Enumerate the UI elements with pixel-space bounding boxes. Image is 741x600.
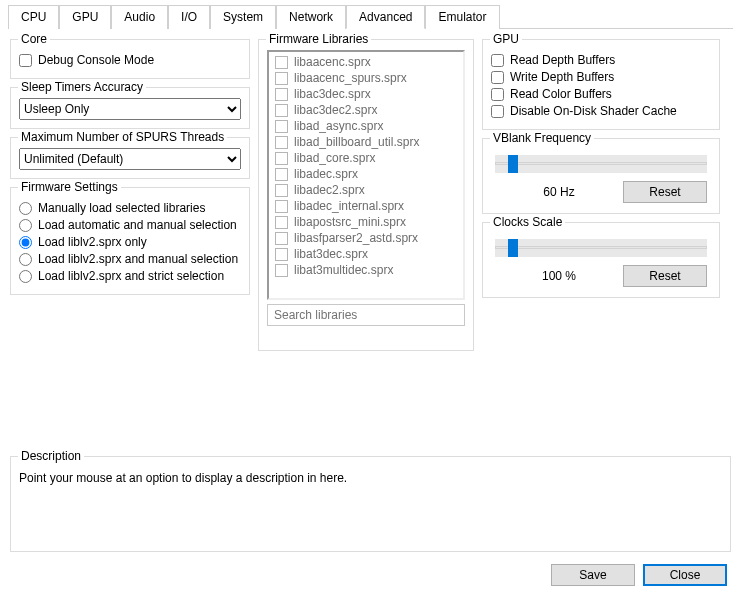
group-sleep-title: Sleep Timers Accuracy [18, 80, 146, 94]
radio-fw-liblv2-manual[interactable]: Load liblv2.sprx and manual selection [19, 252, 241, 266]
group-spurs-title: Maximum Number of SPURS Threads [18, 130, 227, 144]
tab-system[interactable]: System [210, 5, 276, 29]
list-item[interactable]: libat3dec.sprx [271, 246, 461, 262]
list-item[interactable]: libac3dec.sprx [271, 86, 461, 102]
checkbox-debug-console-label: Debug Console Mode [38, 53, 154, 67]
group-fw-settings-title: Firmware Settings [18, 180, 121, 194]
tab-network[interactable]: Network [276, 5, 346, 29]
group-vblank: VBlank Frequency 60 Hz Reset [482, 138, 720, 214]
group-vblank-title: VBlank Frequency [490, 131, 594, 145]
list-item[interactable]: libaacenc.sprx [271, 54, 461, 70]
checkbox-read-depth[interactable]: Read Depth Buffers [491, 53, 711, 67]
list-item[interactable]: libadec2.sprx [271, 182, 461, 198]
group-clocks-title: Clocks Scale [490, 215, 565, 229]
list-item[interactable]: libad_core.sprx [271, 150, 461, 166]
list-item[interactable]: libadec.sprx [271, 166, 461, 182]
radio-fw-auto-manual[interactable]: Load automatic and manual selection [19, 218, 241, 232]
radio-fw-manual[interactable]: Manually load selected libraries [19, 201, 241, 215]
tab-io[interactable]: I/O [168, 5, 210, 29]
group-description: Description Point your mouse at an optio… [10, 456, 731, 552]
list-item[interactable]: libasfparser2_astd.sprx [271, 230, 461, 246]
clocks-value: 100 % [495, 269, 623, 283]
firmware-library-list[interactable]: libaacenc.sprx libaacenc_spurs.sprx liba… [267, 50, 465, 300]
description-text: Point your mouse at an option to display… [19, 467, 722, 485]
checkbox-read-color[interactable]: Read Color Buffers [491, 87, 711, 101]
save-button[interactable]: Save [551, 564, 635, 586]
tab-bar: CPU GPU Audio I/O System Network Advance… [8, 4, 733, 29]
vblank-value: 60 Hz [495, 185, 623, 199]
group-core: Core Debug Console Mode [10, 39, 250, 79]
reset-vblank-button[interactable]: Reset [623, 181, 707, 203]
list-item[interactable]: libad_async.sprx [271, 118, 461, 134]
list-item[interactable]: libac3dec2.sprx [271, 102, 461, 118]
slider-vblank-thumb[interactable] [508, 155, 518, 173]
list-item[interactable]: libadec_internal.sprx [271, 198, 461, 214]
slider-vblank[interactable] [495, 155, 707, 173]
tab-emulator[interactable]: Emulator [425, 5, 499, 29]
list-item[interactable]: libat3multidec.sprx [271, 262, 461, 278]
checkbox-debug-console-input[interactable] [19, 54, 32, 67]
checkbox-write-depth[interactable]: Write Depth Buffers [491, 70, 711, 84]
group-firmware-settings: Firmware Settings Manually load selected… [10, 187, 250, 295]
group-core-title: Core [18, 32, 50, 46]
slider-clocks-thumb[interactable] [508, 239, 518, 257]
tab-cpu[interactable]: CPU [8, 5, 59, 29]
reset-clocks-button[interactable]: Reset [623, 265, 707, 287]
tab-gpu[interactable]: GPU [59, 5, 111, 29]
group-fw-libs-title: Firmware Libraries [266, 32, 371, 46]
radio-fw-liblv2-only[interactable]: Load liblv2.sprx only [19, 235, 241, 249]
tab-audio[interactable]: Audio [111, 5, 168, 29]
list-item[interactable]: libapostsrc_mini.sprx [271, 214, 461, 230]
close-button[interactable]: Close [643, 564, 727, 586]
checkbox-disable-shader-cache[interactable]: Disable On-Disk Shader Cache [491, 104, 711, 118]
select-sleep-timers[interactable]: Usleep Only [19, 98, 241, 120]
group-clocks: Clocks Scale 100 % Reset [482, 222, 720, 298]
group-sleep-timers: Sleep Timers Accuracy Usleep Only [10, 87, 250, 129]
list-item[interactable]: libaacenc_spurs.sprx [271, 70, 461, 86]
tab-advanced[interactable]: Advanced [346, 5, 425, 29]
search-libraries-input[interactable] [267, 304, 465, 326]
group-description-title: Description [18, 449, 84, 463]
group-gpu-title: GPU [490, 32, 522, 46]
select-spurs-threads[interactable]: Unlimited (Default) [19, 148, 241, 170]
checkbox-debug-console[interactable]: Debug Console Mode [19, 53, 241, 67]
group-gpu: GPU Read Depth Buffers Write Depth Buffe… [482, 39, 720, 130]
group-firmware-libraries: Firmware Libraries libaacenc.sprx libaac… [258, 39, 474, 351]
slider-clocks[interactable] [495, 239, 707, 257]
group-spurs: Maximum Number of SPURS Threads Unlimite… [10, 137, 250, 179]
list-item[interactable]: libad_billboard_util.sprx [271, 134, 461, 150]
dialog-footer: Save Close [551, 564, 727, 586]
radio-fw-liblv2-strict[interactable]: Load liblv2.sprx and strict selection [19, 269, 241, 283]
